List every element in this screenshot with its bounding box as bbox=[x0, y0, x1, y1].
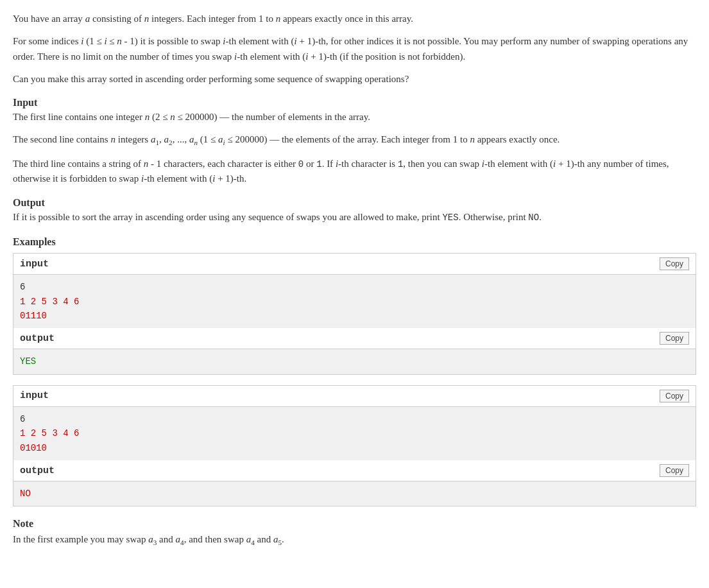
example-1-input-label: input bbox=[20, 259, 49, 270]
example-2-input-label: input bbox=[20, 390, 49, 401]
example-1-input-header: input Copy bbox=[13, 254, 696, 275]
intro-paragraph-1: You have an array a consisting of n inte… bbox=[13, 12, 696, 26]
example-1-output-body: YES bbox=[13, 349, 696, 374]
example-2-output-body: NO bbox=[13, 481, 696, 506]
output-section: Output If it is possible to sort the arr… bbox=[13, 197, 696, 225]
example-1-output-label: output bbox=[20, 333, 55, 344]
intro-paragraph-3: Can you make this array sorted in ascend… bbox=[13, 72, 696, 87]
input-section: Input The first line contains one intege… bbox=[13, 97, 696, 187]
example-1: input Copy 6 1 2 5 3 4 6 01110 output Co… bbox=[13, 253, 696, 375]
note-desc: In the first example you may swap a3 and… bbox=[13, 532, 696, 548]
input-desc-1: The first line contains one integer n (2… bbox=[13, 110, 696, 125]
example-2-output-header: output Copy bbox=[13, 460, 696, 481]
example-1-output-copy-button[interactable]: Copy bbox=[660, 332, 689, 345]
output-desc: If it is possible to sort the array in a… bbox=[13, 210, 696, 225]
examples-title: Examples bbox=[13, 236, 696, 248]
examples-section: Examples input Copy 6 1 2 5 3 4 6 01110 … bbox=[13, 236, 696, 506]
example-1-input-copy-button[interactable]: Copy bbox=[660, 257, 689, 270]
input-title: Input bbox=[13, 97, 696, 108]
example-2-output-value: NO bbox=[20, 489, 31, 499]
example-1-output-value: YES bbox=[20, 356, 36, 367]
input-desc-3: The third line contains a string of n - … bbox=[13, 157, 696, 187]
example-1-line3: 01110 bbox=[20, 311, 47, 321]
example-2-input-body: 6 1 2 5 3 4 6 01010 bbox=[13, 407, 696, 460]
example-1-line1: 6 bbox=[20, 282, 25, 292]
example-2-line1: 6 bbox=[20, 414, 25, 424]
example-2-line3: 01010 bbox=[20, 443, 47, 453]
note-title: Note bbox=[13, 518, 696, 530]
input-desc-2: The second line contains n integers a1, … bbox=[13, 132, 696, 148]
intro-paragraph-2: For some indices i (1 ≤ i ≤ n - 1) it is… bbox=[13, 34, 696, 64]
example-2-output-copy-button[interactable]: Copy bbox=[660, 464, 689, 477]
example-1-input-body: 6 1 2 5 3 4 6 01110 bbox=[13, 275, 696, 328]
note-section: Note In the first example you may swap a… bbox=[13, 518, 696, 548]
example-2-input-copy-button[interactable]: Copy bbox=[660, 390, 689, 402]
example-2: input Copy 6 1 2 5 3 4 6 01010 output Co… bbox=[13, 385, 696, 507]
example-2-input-header: input Copy bbox=[13, 386, 696, 407]
example-1-line2: 1 2 5 3 4 6 bbox=[20, 297, 79, 307]
example-2-line2: 1 2 5 3 4 6 bbox=[20, 428, 79, 438]
example-1-output-header: output Copy bbox=[13, 328, 696, 349]
output-title: Output bbox=[13, 197, 696, 209]
example-2-output-label: output bbox=[20, 465, 55, 476]
